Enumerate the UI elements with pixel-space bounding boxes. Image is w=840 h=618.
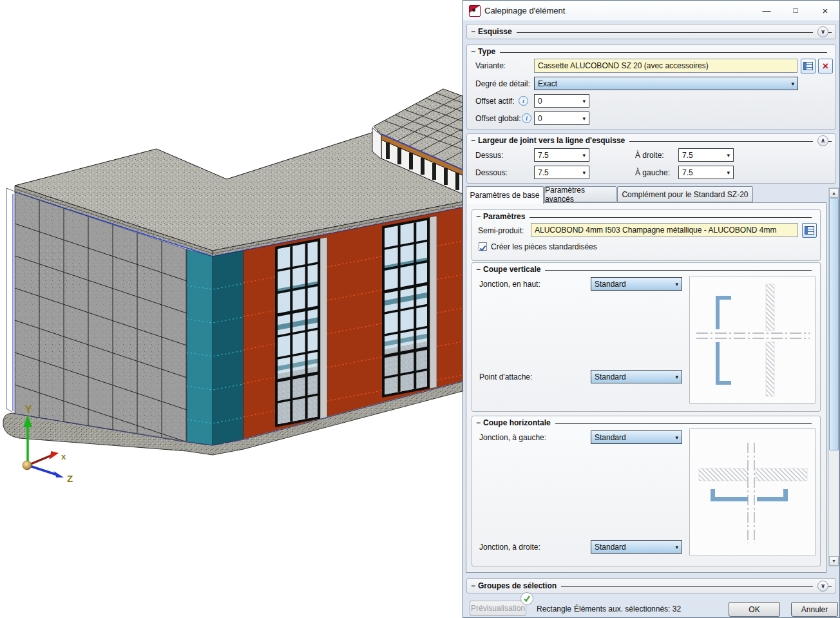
vertical-section-diagram (690, 276, 815, 403)
table-icon (803, 62, 813, 70)
teal-corner-panels (187, 249, 243, 446)
dessus-dropdown[interactable]: 7.5▾ (534, 148, 589, 162)
section-groupes-label: Groupes de sélection (478, 581, 557, 590)
collapse-dash-icon: − (471, 27, 475, 36)
collapse-dash-icon: − (476, 418, 481, 427)
check-icon (523, 595, 531, 603)
tab-parametres-avances[interactable]: Paramètres avancés (544, 186, 616, 202)
dialog-title: Calepinage d'élément (484, 6, 565, 15)
ok-button[interactable]: OK (729, 602, 780, 617)
variante-delete-button[interactable]: × (818, 59, 833, 73)
profile-bracket (711, 489, 788, 501)
dropdown-arrow-icon: ▾ (673, 374, 678, 380)
jonction-a-gauche-dropdown[interactable]: Standard ▾ (591, 430, 682, 444)
dropdown-arrow-icon: ▾ (673, 544, 678, 550)
collapse-dash-icon: − (471, 581, 475, 590)
dessus-label: Dessus: (475, 151, 503, 160)
scroll-down-button[interactable]: ▼ (829, 556, 839, 566)
section-esquisse: − Esquisse ∨ (466, 24, 836, 39)
creer-pieces-checkbox[interactable] (479, 242, 487, 251)
red-x-icon: × (823, 61, 828, 72)
chevron-down-icon[interactable]: ∨ (817, 581, 828, 592)
preview-check-badge (520, 592, 533, 605)
offset-actif-label: Offset actif: (475, 97, 514, 106)
previsualisation-button[interactable]: Prévisualisation (470, 601, 526, 616)
z-axis-label: Z (67, 473, 73, 484)
selection-count-label: Éléments aux. sélectionnés: 32 (574, 604, 681, 613)
section-coupe-horizontale: − Coupe horizontale Jonction, à gauche: … (472, 416, 821, 566)
semi-produit-label: Semi-produit: (478, 226, 524, 235)
section-largeur-label: Largeur de joint vers la ligne d'esquiss… (478, 136, 625, 145)
semi-produit-field[interactable]: ALUCOBOND 4mm I503 Champagne métallique … (531, 223, 798, 237)
coupe-horizontale-preview (689, 428, 816, 556)
axis-origin-sphere (23, 461, 32, 470)
cancel-button[interactable]: Annuler (791, 602, 838, 617)
variante-browse-button[interactable] (801, 59, 816, 73)
dropdown-arrow-icon: ▾ (580, 169, 586, 176)
dropdown-arrow-icon: ▾ (580, 115, 586, 122)
jonction-a-droite-dropdown[interactable]: Standard ▾ (591, 540, 682, 554)
section-coupe-horizontale-label: Coupe horizontale (483, 418, 551, 427)
point-attache-dropdown[interactable]: Standard ▾ (591, 370, 682, 383)
close-button[interactable]: × (816, 1, 835, 20)
collapse-dash-icon: − (476, 265, 481, 274)
tab-complement-standard[interactable]: Complément pour le Standard SZ-20 (617, 186, 753, 202)
section-groupes: − Groupes de sélection ∨ (466, 578, 836, 594)
degre-detail-dropdown[interactable]: Exact ▾ (534, 77, 798, 90)
scrollbar-vertical[interactable]: ▲ ▼ (828, 188, 839, 566)
tab-parametres-de-base[interactable]: Paramètres de base (466, 186, 544, 204)
profile-bracket (716, 296, 731, 385)
horizontal-section-diagram (690, 429, 815, 555)
wall-left-edge (6, 188, 15, 414)
chevron-down-icon[interactable]: ∨ (817, 26, 828, 37)
dessous-label: Dessous: (475, 168, 508, 177)
section-esquisse-label: Esquisse (478, 27, 512, 36)
collapse-dash-icon: − (471, 136, 475, 145)
dialog-titlebar[interactable]: Calepinage d'élément — □ × (463, 1, 839, 21)
creer-pieces-label: Créer les pièces standardisées (491, 242, 597, 251)
section-coupe-verticale-label: Coupe verticale (483, 265, 540, 274)
a-gauche-dropdown[interactable]: 7.5▾ (678, 166, 734, 179)
jonction-a-gauche-label: Jonction, à gauche: (479, 433, 546, 442)
mode-label: Rectangle (537, 604, 571, 613)
variante-field[interactable]: Cassette ALUCOBOND SZ 20 (avec accessoir… (534, 59, 797, 73)
a-gauche-label: À gauche: (635, 168, 670, 177)
degre-detail-label: Degré de détail: (475, 79, 530, 88)
tab-panel: − Paramètres Semi-produit: ALUCOBOND 4mm… (466, 202, 826, 573)
dessous-dropdown[interactable]: 7.5▾ (534, 166, 589, 179)
variante-label: Variante: (475, 61, 506, 70)
info-icon[interactable]: i (519, 96, 528, 106)
offset-global-label: Offset global: (475, 114, 521, 123)
coupe-verticale-preview (689, 276, 816, 404)
viewport-3d[interactable]: Y x Z (0, 0, 463, 618)
chevron-up-icon[interactable]: ∧ (817, 135, 828, 146)
jonction-en-haut-label: Jonction, en haut: (479, 280, 540, 289)
scrollbar-thumb[interactable] (829, 198, 839, 450)
point-attache-label: Point d'attache: (479, 372, 532, 381)
info-icon[interactable]: i (522, 113, 531, 123)
collapse-dash-icon: − (476, 212, 481, 221)
window (382, 216, 437, 398)
y-axis-label: Y (25, 404, 32, 415)
a-droite-dropdown[interactable]: 7.5▾ (678, 148, 734, 162)
jonction-en-haut-dropdown[interactable]: Standard ▾ (591, 277, 682, 291)
section-type-label: Type (478, 47, 495, 56)
dropdown-arrow-icon: ▾ (580, 98, 586, 104)
section-coupe-verticale: − Coupe verticale Jonction, en haut: Sta… (472, 262, 821, 412)
offset-global-dropdown[interactable]: 0 ▾ (534, 111, 589, 125)
maximize-button[interactable]: □ (786, 1, 805, 20)
app-icon (469, 5, 481, 17)
offset-actif-dropdown[interactable]: 0 ▾ (534, 94, 589, 108)
table-icon (805, 226, 814, 235)
application-window: Y x Z Calepinage d'élément — □ × − Esqui… (0, 0, 840, 618)
collapse-dash-icon: − (471, 47, 475, 56)
dropdown-arrow-icon: ▾ (788, 81, 794, 87)
semi-produit-browse-button[interactable] (802, 223, 817, 238)
calepinage-dialog: Calepinage d'élément — □ × − Esquisse ∨ … (463, 0, 840, 618)
z-axis-arrow (28, 465, 55, 474)
minimize-button[interactable]: — (757, 1, 776, 20)
x-axis-label: x (61, 452, 66, 461)
scroll-up-button[interactable]: ▲ (829, 188, 839, 198)
check-icon (479, 245, 486, 252)
a-droite-label: À droite: (635, 151, 664, 160)
